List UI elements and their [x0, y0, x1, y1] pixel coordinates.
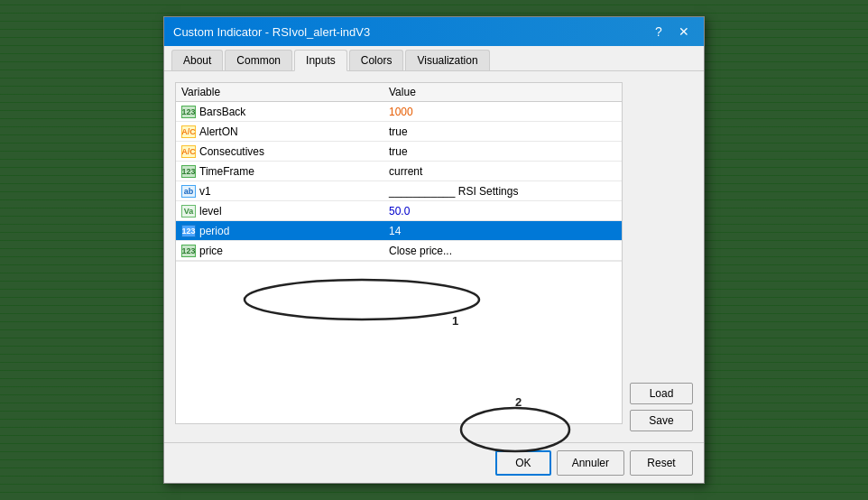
cell-value: 1000	[383, 104, 622, 120]
table-row[interactable]: A/C Consecutives true	[176, 142, 622, 162]
cell-variable: A/C Consecutives	[176, 144, 383, 160]
dialog-body: Variable Value 123 BarsBack 1000	[164, 71, 704, 442]
table-row[interactable]: 123 price Close price...	[176, 241, 622, 261]
type-icon-ac: A/C	[181, 125, 196, 138]
annuler-button[interactable]: Annuler	[557, 450, 624, 476]
cell-value: true	[383, 124, 622, 140]
type-icon-123: 123	[181, 245, 196, 257]
reset-button[interactable]: Reset	[630, 450, 693, 476]
save-button[interactable]: Save	[630, 410, 693, 431]
tab-about[interactable]: About	[171, 50, 223, 70]
table-row[interactable]: A/C AlertON true	[176, 122, 622, 142]
title-bar-buttons: ? ✕	[648, 23, 695, 41]
var-label: v1	[199, 185, 211, 198]
tab-colors[interactable]: Colors	[349, 50, 404, 70]
main-dialog: Custom Indicator - RSIvol_alert-indV3 ? …	[163, 16, 705, 484]
cell-variable: Va level	[176, 203, 383, 219]
table-row[interactable]: 123 TimeFrame current	[176, 162, 622, 181]
parameters-table: Variable Value 123 BarsBack 1000	[175, 82, 623, 424]
table-row[interactable]: Va level 50.0	[176, 201, 622, 221]
cell-variable: 123 BarsBack	[176, 104, 383, 120]
help-button[interactable]: ?	[648, 23, 669, 41]
table-row-selected[interactable]: 123 period 14	[176, 221, 622, 241]
table-spacer	[176, 261, 622, 423]
var-label: price	[199, 245, 223, 257]
col-variable: Variable	[181, 86, 389, 98]
cell-variable: 123 period	[176, 223, 383, 239]
table-header: Variable Value	[176, 83, 622, 102]
close-button[interactable]: ✕	[673, 23, 695, 41]
var-label: AlertON	[199, 125, 238, 138]
type-icon-va: Va	[181, 205, 196, 218]
type-icon-ab: ab	[181, 185, 196, 198]
type-icon-ac: A/C	[181, 145, 196, 158]
tab-common[interactable]: Common	[225, 50, 292, 70]
ok-button[interactable]: OK	[495, 450, 550, 476]
cell-value: Close price...	[383, 243, 622, 259]
var-label: TimeFrame	[199, 165, 254, 178]
cell-value: ___________ RSI Settings	[383, 183, 622, 199]
cell-variable: 123 TimeFrame	[176, 163, 383, 180]
var-label: level	[199, 205, 222, 218]
type-icon-123: 123	[181, 106, 196, 118]
var-label: Consecutives	[199, 145, 264, 158]
cell-value: 14	[383, 223, 622, 239]
tab-inputs[interactable]: Inputs	[294, 50, 347, 71]
dialog-footer: OK Annuler Reset	[164, 442, 704, 483]
cell-value: 50.0	[383, 203, 622, 219]
cell-value: true	[383, 144, 622, 160]
table-row[interactable]: 123 BarsBack 1000	[176, 102, 622, 122]
table-row[interactable]: ab v1 ___________ RSI Settings	[176, 181, 622, 201]
col-value: Value	[389, 86, 616, 98]
cell-variable: ab v1	[176, 183, 383, 199]
annotation-1: 1	[452, 314, 458, 328]
type-icon-123: 123	[181, 225, 196, 237]
table-area: Variable Value 123 BarsBack 1000	[175, 82, 623, 431]
tab-visualization[interactable]: Visualization	[405, 50, 489, 70]
side-buttons: Load Save	[630, 82, 693, 431]
cell-variable: A/C AlertON	[176, 124, 383, 140]
annotation-2: 2	[515, 395, 522, 409]
tab-bar: About Common Inputs Colors Visualization	[164, 46, 704, 71]
var-label: period	[199, 225, 229, 237]
var-label: BarsBack	[199, 106, 245, 118]
cell-variable: 123 price	[176, 243, 383, 259]
dialog-title: Custom Indicator - RSIvol_alert-indV3	[173, 25, 370, 39]
load-button[interactable]: Load	[630, 383, 693, 404]
cell-value: current	[383, 163, 622, 180]
title-bar: Custom Indicator - RSIvol_alert-indV3 ? …	[164, 17, 704, 46]
footer-buttons: OK Annuler Reset	[495, 450, 693, 476]
type-icon-123: 123	[181, 165, 196, 178]
main-layout: Variable Value 123 BarsBack 1000	[175, 82, 693, 431]
